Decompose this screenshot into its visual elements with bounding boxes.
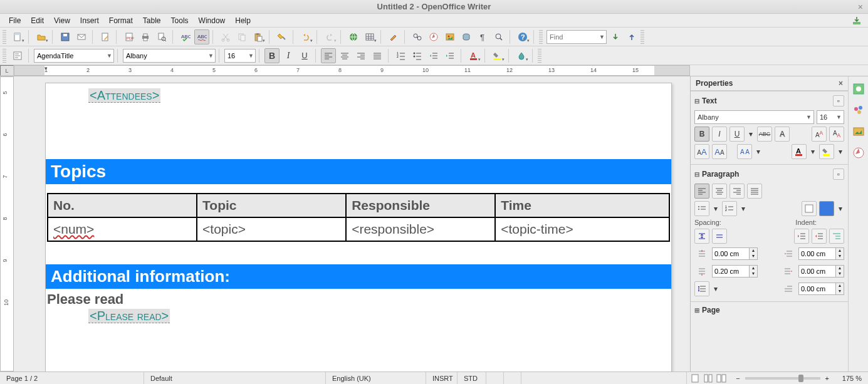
- menu-format[interactable]: Format: [104, 15, 138, 26]
- show-draw-button[interactable]: [386, 29, 401, 44]
- td-no[interactable]: <num>: [48, 217, 197, 241]
- zoom-button[interactable]: [491, 29, 506, 44]
- autospell-button[interactable]: ABC: [194, 29, 209, 44]
- please-read-placeholder[interactable]: <Please read>: [88, 309, 170, 323]
- underline-button[interactable]: U: [297, 48, 312, 63]
- new-button[interactable]: ▾: [10, 29, 25, 44]
- menu-insert[interactable]: Insert: [75, 15, 104, 26]
- status-selection[interactable]: STD: [458, 372, 486, 384]
- th-time[interactable]: Time: [495, 194, 669, 217]
- sb-align-center[interactable]: [712, 184, 727, 199]
- font-color-button[interactable]: A▾: [466, 48, 481, 63]
- sb-bold-button[interactable]: B: [694, 127, 709, 142]
- hyperlink-button[interactable]: [346, 29, 361, 44]
- horizontal-ruler[interactable]: ▾ 123456789101112131415: [14, 65, 690, 76]
- sb-inc-spacing[interactable]: [694, 229, 709, 244]
- sb-align-right[interactable]: [729, 184, 745, 199]
- format-paintbrush-button[interactable]: [275, 29, 290, 44]
- topics-heading[interactable]: Topics: [46, 159, 671, 184]
- sb-highlight-more[interactable]: ▾: [837, 144, 844, 159]
- expand-icon[interactable]: ⊞: [694, 307, 699, 314]
- toolbar-handle[interactable]: [539, 30, 543, 44]
- open-button[interactable]: ▾: [34, 29, 49, 44]
- please-read-label[interactable]: Please read: [46, 289, 671, 308]
- spacing-above-spin[interactable]: ▴▾: [712, 247, 758, 260]
- view-book-icon[interactable]: [716, 373, 727, 383]
- sb-para-bg-color[interactable]: [819, 201, 834, 216]
- menu-help[interactable]: Help: [230, 15, 256, 26]
- sb-underline-more[interactable]: ▾: [747, 127, 755, 142]
- sb-para-bg-button[interactable]: [802, 201, 817, 216]
- redo-button[interactable]: ▾: [322, 29, 337, 44]
- sb-strike-button[interactable]: ABC: [757, 127, 772, 142]
- paragraph-style-combo[interactable]: ▼: [34, 49, 114, 63]
- additional-info-heading[interactable]: Additional information:: [46, 264, 671, 289]
- indent-before-spin[interactable]: ▴▾: [798, 247, 844, 260]
- edit-file-button[interactable]: [98, 29, 113, 44]
- status-language[interactable]: English (UK): [326, 372, 426, 384]
- bullet-list-button[interactable]: [410, 48, 425, 63]
- sb-numbering-button[interactable]: 12: [722, 201, 737, 216]
- menu-file[interactable]: File: [4, 15, 26, 26]
- document-page[interactable]: <Attendees> Topics No. Topic Responsible…: [45, 83, 672, 371]
- sb-inc-indent[interactable]: [794, 229, 809, 244]
- find-combo[interactable]: ▼: [546, 30, 607, 44]
- print-button[interactable]: [138, 29, 153, 44]
- cut-button[interactable]: [218, 29, 233, 44]
- align-justify-button[interactable]: [370, 48, 385, 63]
- sb-parabg-more[interactable]: ▾: [837, 201, 844, 216]
- indent-after-spin[interactable]: ▴▾: [798, 265, 844, 278]
- th-topic[interactable]: Topic: [197, 194, 346, 217]
- sb-shadow-button[interactable]: A: [775, 127, 790, 142]
- font-name-input[interactable]: [123, 49, 215, 62]
- menu-table[interactable]: Table: [138, 15, 166, 26]
- sb-font-size-combo[interactable]: 16▼: [817, 110, 844, 124]
- topics-table[interactable]: No. Topic Responsible Time <num> <topic>…: [47, 193, 670, 242]
- align-left-button[interactable]: [321, 48, 336, 63]
- status-page[interactable]: Page 1 / 2: [0, 372, 144, 384]
- view-single-page-icon[interactable]: [689, 373, 701, 383]
- bold-button[interactable]: B: [264, 48, 280, 63]
- td-topic[interactable]: <topic>: [197, 217, 346, 241]
- italic-button[interactable]: I: [281, 48, 296, 63]
- tab-navigator-icon[interactable]: [851, 145, 866, 160]
- sb-hanging-indent[interactable]: [829, 229, 844, 244]
- spellcheck-button[interactable]: ABC: [178, 29, 193, 44]
- menu-tools[interactable]: Tools: [166, 15, 194, 26]
- tab-styles-icon[interactable]: [851, 103, 866, 118]
- help-button[interactable]: ?▾: [515, 29, 530, 44]
- find-input[interactable]: [547, 31, 606, 43]
- sb-bullets-button[interactable]: [694, 201, 709, 216]
- sb-italic-button[interactable]: I: [712, 127, 727, 142]
- more-options-icon[interactable]: ▫: [833, 95, 844, 106]
- sb-linespacing-more[interactable]: ▾: [712, 281, 719, 296]
- view-multi-page-icon[interactable]: [703, 373, 714, 383]
- decrease-indent-button[interactable]: [426, 48, 441, 63]
- status-style[interactable]: Default: [144, 372, 326, 384]
- navigator-button[interactable]: [426, 29, 441, 44]
- styles-window-button[interactable]: [10, 48, 25, 63]
- vertical-ruler[interactable]: 5678910: [0, 76, 14, 371]
- font-name-combo[interactable]: ▼: [123, 49, 216, 63]
- sidebar-close-icon[interactable]: ×: [839, 79, 843, 88]
- more-options-icon[interactable]: ▫: [833, 169, 844, 180]
- indent-first-spin[interactable]: ▴▾: [798, 283, 844, 295]
- collapse-icon[interactable]: ⊟: [694, 98, 699, 105]
- find-prev-button[interactable]: [624, 29, 639, 44]
- th-responsible[interactable]: Responsible: [346, 194, 495, 217]
- numbered-list-button[interactable]: 12: [394, 48, 409, 63]
- download-extension-icon[interactable]: [849, 13, 864, 28]
- collapse-icon[interactable]: ⊟: [694, 171, 699, 178]
- save-button[interactable]: [58, 29, 73, 44]
- status-modified-icon[interactable]: [486, 372, 504, 384]
- menu-view[interactable]: View: [49, 15, 75, 26]
- email-button[interactable]: [74, 29, 89, 44]
- toolbar-overflow[interactable]: [641, 30, 644, 44]
- zoom-out-icon[interactable]: −: [736, 375, 740, 382]
- td-time[interactable]: <topic-time>: [495, 217, 669, 241]
- sb-font-color-button[interactable]: A: [792, 144, 807, 159]
- zoom-slider[interactable]: [745, 377, 820, 380]
- sb-line-spacing[interactable]: [694, 281, 709, 296]
- sb-fontcolor-more[interactable]: ▾: [809, 144, 817, 159]
- undo-button[interactable]: ▾: [298, 29, 313, 44]
